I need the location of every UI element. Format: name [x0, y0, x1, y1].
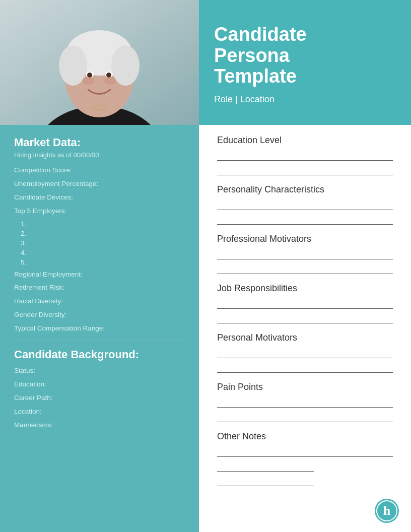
header-area: Candidate Persona Template Role | Locati… [199, 0, 411, 125]
market-data-heading: Market Data: [14, 136, 185, 149]
career-path-label: Career Path: [14, 393, 185, 403]
job-responsibilities-title: Job Responsibilities [217, 283, 393, 294]
other-notes-line-3 [217, 475, 314, 486]
personal-motivators-line-1 [217, 347, 393, 358]
top-employers-label: Top 5 Employers: [14, 207, 185, 216]
professional-motivators-title: Professional Motivators [217, 234, 393, 244]
personality-title: Personality Characteristics [217, 184, 393, 195]
employers-list [28, 220, 185, 266]
prof-motivators-line-1 [217, 248, 393, 259]
sidebar-divider [14, 341, 185, 341]
other-notes-section: Other Notes [217, 431, 393, 486]
svg-point-13 [106, 73, 111, 78]
header-subtitle: Role | Location [214, 94, 396, 105]
job-resp-line-2 [217, 312, 393, 323]
gender-diversity: Gender Diversity: [14, 310, 185, 320]
mannerisms-label: Mannerisms: [14, 421, 185, 430]
logo-h-icon: h [376, 500, 397, 521]
employer-1 [28, 220, 185, 228]
education-level-title: Education Level [217, 135, 393, 146]
typical-compensation: Typical Compensation Range: [14, 324, 185, 334]
svg-point-8 [82, 77, 94, 85]
education-line-2 [217, 164, 393, 175]
other-notes-line-2 [217, 460, 314, 472]
personal-motivators-section: Personal Motivators [217, 332, 393, 373]
status-label: Status: [14, 366, 185, 376]
employer-2 [28, 230, 185, 237]
left-sidebar: Market Data: Hiring Insights as of 00/00… [0, 125, 199, 532]
person-illustration [0, 0, 199, 125]
svg-point-9 [104, 77, 116, 85]
employer-5 [28, 258, 185, 266]
candidate-background-heading: Candidate Background: [14, 348, 185, 361]
racial-diversity: Racial Diversity: [14, 297, 185, 306]
regional-employment: Regional Employment: [14, 270, 185, 280]
photo-placeholder [0, 0, 199, 125]
competition-score: Competition Score: [14, 166, 185, 175]
unemployment-percentage: Unemployment Percentage: [14, 179, 185, 189]
job-resp-line-1 [217, 298, 393, 309]
other-notes-title: Other Notes [217, 431, 393, 442]
personality-line-1 [217, 199, 393, 210]
top-section: Candidate Persona Template Role | Locati… [0, 0, 411, 125]
title-line2: Persona [214, 45, 290, 66]
professional-motivators-section: Professional Motivators [217, 234, 393, 274]
employer-3 [28, 239, 185, 247]
education-level-section: Education Level [217, 135, 393, 175]
candidate-devices: Candidate Devices: [14, 193, 185, 203]
prof-motivators-line-2 [217, 263, 393, 274]
pain-points-line-2 [217, 411, 393, 422]
main-content: Market Data: Hiring Insights as of 00/00… [0, 125, 411, 532]
personal-motivators-title: Personal Motivators [217, 332, 393, 343]
pain-points-line-1 [217, 396, 393, 408]
education-label: Education: [14, 380, 185, 389]
other-notes-line-1 [217, 446, 393, 457]
title-line1: Candidate [214, 24, 307, 45]
header-title: Candidate Persona Template [214, 24, 396, 87]
personal-motivators-line-2 [217, 362, 393, 373]
personality-line-2 [217, 214, 393, 225]
logo-badge: h [375, 499, 399, 523]
svg-point-12 [87, 73, 92, 78]
title-line3: Template [214, 65, 297, 87]
pain-points-title: Pain Points [217, 382, 393, 392]
photo-area [0, 0, 199, 125]
education-line-1 [217, 150, 393, 161]
pain-points-section: Pain Points [217, 382, 393, 422]
job-responsibilities-section: Job Responsibilities [217, 283, 393, 323]
employer-4 [28, 249, 185, 256]
location-label: Location: [14, 407, 185, 417]
market-data-subheading: Hiring Insights as of 00/00/00 [14, 151, 185, 159]
retirement-risk: Retirement Risk: [14, 283, 185, 293]
right-panel-wrapper: Education Level Personality Characterist… [199, 125, 411, 532]
right-panel: Education Level Personality Characterist… [199, 125, 411, 505]
personality-section: Personality Characteristics [217, 184, 393, 225]
